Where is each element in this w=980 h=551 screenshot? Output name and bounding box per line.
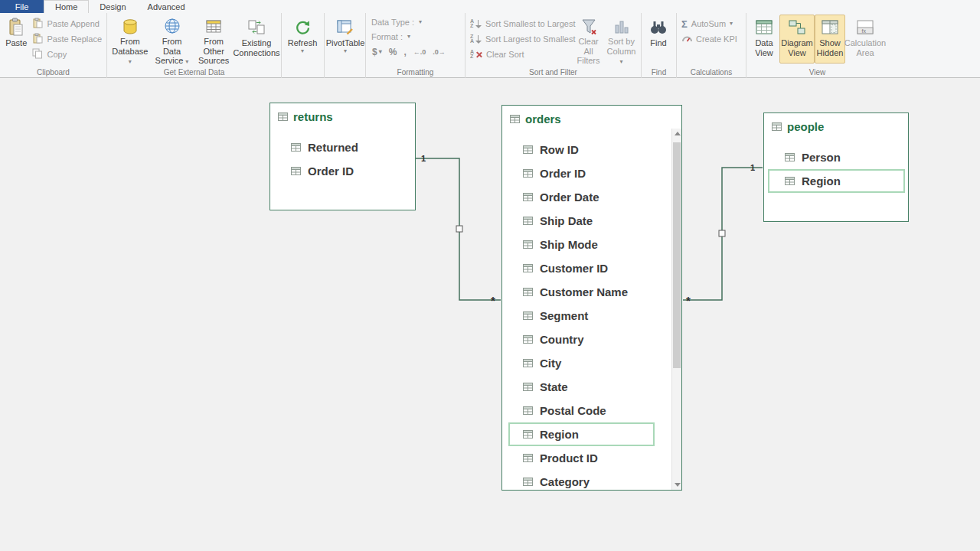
create-kpi-button[interactable]: Create KPI [679, 31, 743, 47]
currency-format-button[interactable]: $ ▾ [372, 47, 382, 57]
field-postal-code[interactable]: Postal Code [502, 399, 671, 422]
cardinality-many: * [686, 294, 691, 307]
group-label-find: Find [642, 68, 676, 77]
scroll-down-arrow[interactable] [675, 483, 681, 487]
table-icon [278, 112, 288, 121]
table-people[interactable]: people Person Region [763, 112, 909, 222]
tab-design[interactable]: Design [89, 0, 136, 13]
table-icon [785, 153, 795, 161]
sort-smallest-largest-button[interactable]: AZ Sort Smallest to Largest [468, 16, 573, 31]
ribbon-groups: Paste Paste Append Paste Replace [0, 13, 980, 78]
calculation-area-button[interactable]: fx Calculation Area [845, 15, 885, 64]
diagram-view-icon [787, 17, 807, 38]
table-orders-header[interactable]: orders [502, 106, 681, 126]
table-icon [523, 478, 533, 486]
sigma-icon: Σ [681, 18, 688, 30]
field-category[interactable]: Category [502, 470, 671, 491]
field-city[interactable]: City [502, 351, 671, 375]
field-customer-id[interactable]: Customer ID [502, 256, 671, 280]
table-orders[interactable]: orders Row ID Order ID Order Date Ship D… [501, 105, 682, 491]
decrease-decimal-button[interactable]: .0→ [433, 48, 446, 56]
field-person[interactable]: Person [764, 145, 908, 169]
field-ship-mode[interactable]: Ship Mode [502, 233, 671, 256]
table-icon [523, 240, 533, 249]
paste-append-icon [32, 18, 43, 30]
table-icon [523, 454, 533, 462]
table-icon [291, 143, 301, 152]
group-label-get-external-data: Get External Data [107, 68, 281, 77]
autosum-button[interactable]: Σ AutoSum ▾ [679, 16, 743, 31]
paste-append-button[interactable]: Paste Append [30, 16, 104, 31]
show-hidden-icon [820, 17, 840, 38]
field-order-date[interactable]: Order Date [502, 185, 671, 209]
pivottable-icon [335, 17, 355, 38]
clear-sort-button[interactable]: AZ Clear Sort [468, 47, 573, 62]
field-country[interactable]: Country [502, 328, 671, 351]
data-type-dropdown[interactable]: Data Type : ▾ [368, 15, 462, 29]
group-label-calculations: Calculations [677, 68, 746, 77]
clear-filters-icon [580, 17, 598, 37]
file-tab[interactable]: File [0, 0, 44, 13]
relationship-handle[interactable] [456, 226, 462, 232]
scroll-up-arrow[interactable] [675, 132, 681, 135]
field-row-id[interactable]: Row ID [502, 138, 671, 161]
group-label-formatting: Formatting [366, 68, 465, 77]
field-region-highlighted[interactable]: Region [768, 169, 905, 193]
table-icon [523, 383, 533, 391]
table-icon [772, 122, 782, 131]
paste-replace-button[interactable]: Paste Replace [30, 31, 104, 47]
from-database-button[interactable]: From Database ▾ [109, 15, 151, 64]
group-label-view: View [746, 68, 888, 77]
show-hidden-button[interactable]: Show Hidden [815, 15, 845, 64]
table-people-header[interactable]: people [764, 113, 908, 133]
thousands-separator-button[interactable]: , [403, 47, 406, 57]
percent-format-button[interactable]: % [389, 47, 397, 57]
field-order-id[interactable]: Order ID [270, 159, 415, 183]
pivottable-button[interactable]: PivotTable ▾ [327, 15, 364, 64]
sort-largest-smallest-button[interactable]: ZA Sort Largest to Smallest [468, 31, 573, 47]
diagram-canvas[interactable]: 1 * 1 * returns Returned Order ID [0, 79, 980, 551]
tab-bar: File Home Design Advanced [0, 0, 980, 13]
table-icon [785, 177, 795, 185]
scroll-thumb[interactable] [673, 142, 681, 368]
field-customer-name[interactable]: Customer Name [502, 280, 671, 304]
relationship-returns-orders[interactable]: 1 * [416, 154, 501, 307]
connections-icon [247, 17, 266, 38]
field-product-id[interactable]: Product ID [502, 446, 671, 470]
copy-icon [32, 48, 43, 60]
table-icon [523, 193, 533, 201]
from-data-service-button[interactable]: From Data Service ▾ [151, 15, 194, 64]
from-other-sources-button[interactable]: From Other Sources [193, 15, 234, 64]
format-dropdown[interactable]: Format : ▾ [368, 29, 462, 44]
table-returns[interactable]: returns Returned Order ID [270, 103, 416, 210]
table-icon [523, 335, 533, 344]
field-ship-date[interactable]: Ship Date [502, 209, 671, 233]
calculation-area-icon: fx [855, 17, 875, 38]
find-button[interactable]: Find [644, 15, 673, 64]
field-order-id[interactable]: Order ID [502, 161, 671, 185]
relationship-handle[interactable] [719, 230, 725, 236]
paste-button[interactable]: Paste [2, 15, 30, 64]
clear-all-filters-button[interactable]: Clear All Filters [573, 15, 604, 64]
tab-advanced[interactable]: Advanced [137, 0, 196, 13]
paste-icon [7, 17, 25, 38]
table-returns-header[interactable]: returns [270, 103, 415, 123]
orders-scrollbar[interactable] [671, 129, 681, 490]
tab-home[interactable]: Home [44, 0, 89, 13]
sort-by-column-icon [612, 17, 631, 37]
field-state[interactable]: State [502, 375, 671, 399]
copy-button[interactable]: Copy [30, 47, 104, 62]
diagram-view-button[interactable]: Diagram View [779, 15, 815, 64]
refresh-button[interactable]: Refresh ▾ [284, 15, 321, 64]
existing-connections-button[interactable]: Existing Connections [234, 15, 279, 64]
increase-decimal-button[interactable]: ←.0 [413, 48, 426, 56]
group-pivottable: PivotTable ▾ [325, 13, 366, 78]
field-segment[interactable]: Segment [502, 304, 671, 328]
data-view-button[interactable]: Data View [749, 15, 779, 64]
group-get-external-data: From Database ▾ From Data Service ▾ [107, 13, 282, 78]
field-region-highlighted[interactable]: Region [508, 422, 655, 446]
field-returned[interactable]: Returned [270, 135, 415, 159]
relationship-people-orders[interactable]: 1 * [683, 163, 763, 307]
sort-by-column-button[interactable]: Sort by Column ▾ [604, 15, 639, 64]
table-icon [523, 145, 533, 154]
